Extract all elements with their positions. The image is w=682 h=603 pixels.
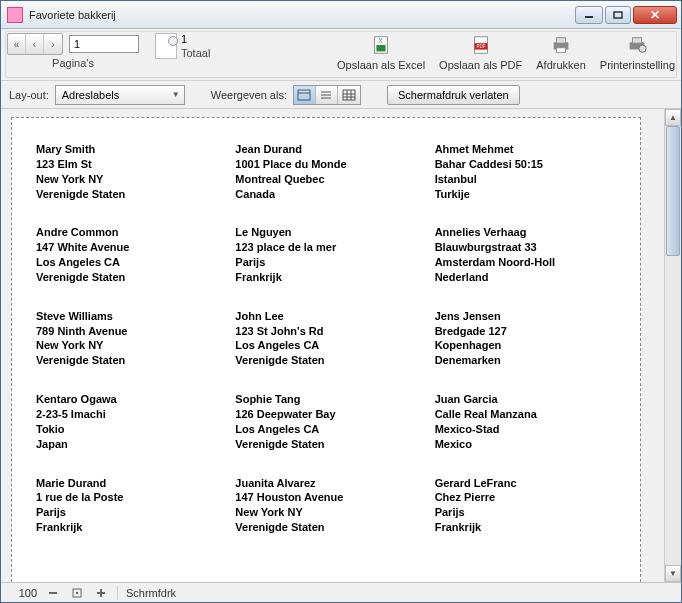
printer-icon — [548, 33, 574, 57]
address-line: Sophie Tang — [235, 392, 422, 407]
next-page-button[interactable]: › — [44, 34, 62, 54]
address-line: Le Nguyen — [235, 225, 422, 240]
address-label: Jens JensenBredgade 127KopenhagenDenemar… — [435, 309, 622, 368]
address-line: Frankrijk — [235, 270, 422, 285]
address-line: Ahmet Mehmet — [435, 142, 622, 157]
address-label: Juanita Alvarez147 Houston AvenueNew Yor… — [235, 476, 422, 535]
main-toolbar: « ‹ › Pagina's 1 Totaal X Opslaan als Ex… — [1, 29, 681, 81]
scrollbar-track[interactable] — [665, 126, 681, 565]
chevron-down-icon: ▼ — [172, 90, 180, 99]
address-label: John Lee123 St John's RdLos Angeles CAVe… — [235, 309, 422, 368]
address-line: New York NY — [36, 172, 223, 187]
address-line: Blauwburgstraat 33 — [435, 240, 622, 255]
layout-dropdown-value: Adreslabels — [62, 89, 119, 101]
address-line: 1001 Place du Monde — [235, 157, 422, 172]
address-label: Jean Durand1001 Place du MondeMontreal Q… — [235, 142, 422, 201]
address-line: Frankrijk — [435, 520, 622, 535]
address-line: 2-23-5 Imachi — [36, 407, 223, 422]
address-line: Verenigde Staten — [36, 270, 223, 285]
svg-text:PDF: PDF — [476, 44, 485, 49]
address-line: Juanita Alvarez — [235, 476, 422, 491]
address-line: Bredgade 127 — [435, 324, 622, 339]
view-mode-list-button[interactable] — [316, 86, 338, 104]
address-line: Verenigde Staten — [235, 353, 422, 368]
address-line: Parijs — [235, 255, 422, 270]
view-mode-form-button[interactable] — [294, 86, 316, 104]
svg-rect-12 — [633, 38, 642, 44]
address-line: Parijs — [435, 505, 622, 520]
address-line: Andre Common — [36, 225, 223, 240]
address-line: Mexico — [435, 437, 622, 452]
prev-page-button[interactable]: ‹ — [26, 34, 44, 54]
zoom-out-button[interactable] — [45, 586, 61, 600]
first-page-button[interactable]: « — [8, 34, 26, 54]
address-line: New York NY — [36, 338, 223, 353]
print-button[interactable]: Afdrukken — [536, 33, 586, 71]
svg-rect-26 — [76, 592, 78, 594]
save-as-pdf-button[interactable]: PDF Opslaan als PDF — [439, 33, 522, 71]
total-label: Totaal — [181, 47, 210, 59]
address-line: Tokio — [36, 422, 223, 437]
svg-rect-1 — [614, 12, 622, 18]
address-line: Marie Durand — [36, 476, 223, 491]
layout-dropdown[interactable]: Adreslabels ▼ — [55, 85, 185, 105]
address-line: 1 rue de la Poste — [36, 490, 223, 505]
view-mode-table-button[interactable] — [338, 86, 360, 104]
address-line: Nederland — [435, 270, 622, 285]
maximize-button[interactable] — [605, 6, 631, 24]
address-line: Canada — [235, 187, 422, 202]
address-line: Los Angeles CA — [235, 422, 422, 437]
address-line: 147 White Avenue — [36, 240, 223, 255]
scroll-down-button[interactable]: ▼ — [665, 565, 681, 582]
address-line: Amsterdam Noord-Holl — [435, 255, 622, 270]
layout-toolbar: Lay-out: Adreslabels ▼ Weergeven als: Sc… — [1, 81, 681, 109]
preview-viewport[interactable]: Mary Smith123 Elm StNew York NYVerenigde… — [1, 109, 664, 582]
address-line: Bahar Caddesi 50:15 — [435, 157, 622, 172]
close-button[interactable]: ✕ — [633, 6, 677, 24]
printer-settings-button[interactable]: Printerinstelling — [600, 33, 675, 71]
exit-preview-button[interactable]: Schermafdruk verlaten — [387, 85, 520, 105]
address-line: Juan Garcia — [435, 392, 622, 407]
address-label: Juan GarciaCalle Real ManzanaMexico-Stad… — [435, 392, 622, 451]
address-line: Kentaro Ogawa — [36, 392, 223, 407]
svg-rect-28 — [100, 589, 102, 597]
document-icon — [155, 33, 177, 59]
address-label: Steve Williams789 Ninth AvenueNew York N… — [36, 309, 223, 368]
address-line: Montreal Quebec — [235, 172, 422, 187]
address-line: Calle Real Manzana — [435, 407, 622, 422]
address-label: Annelies VerhaagBlauwburgstraat 33Amster… — [435, 225, 622, 284]
save-as-excel-button[interactable]: X Opslaan als Excel — [337, 33, 425, 71]
content-area: Mary Smith123 Elm StNew York NYVerenigde… — [1, 109, 681, 582]
address-label: Sophie Tang126 Deepwater BayLos Angeles … — [235, 392, 422, 451]
preview-page: Mary Smith123 Elm StNew York NYVerenigde… — [11, 117, 641, 582]
page-number-input[interactable] — [69, 35, 139, 53]
address-label: Ahmet MehmetBahar Caddesi 50:15IstanbulT… — [435, 142, 622, 201]
scroll-up-button[interactable]: ▲ — [665, 109, 681, 126]
pdf-icon: PDF — [468, 33, 494, 57]
svg-rect-3 — [376, 45, 385, 51]
address-label: Mary Smith123 Elm StNew York NYVerenigde… — [36, 142, 223, 201]
svg-rect-9 — [556, 38, 565, 44]
app-window: Favoriete bakkerij ✕ « ‹ › Pagina's — [0, 0, 682, 603]
address-label: Kentaro Ogawa2-23-5 ImachiTokioJapan — [36, 392, 223, 451]
zoom-fit-button[interactable] — [69, 586, 85, 600]
address-line: Istanbul — [435, 172, 622, 187]
address-line: 126 Deepwater Bay — [235, 407, 422, 422]
address-line: Jens Jensen — [435, 309, 622, 324]
address-line: Jean Durand — [235, 142, 422, 157]
address-line: Denemarken — [435, 353, 622, 368]
address-line: Verenigde Staten — [235, 520, 422, 535]
minimize-button[interactable] — [575, 6, 603, 24]
zoom-value: 100 — [7, 587, 37, 599]
address-line: 789 Ninth Avenue — [36, 324, 223, 339]
svg-rect-10 — [556, 48, 565, 53]
status-bar: 100 Schrmfdrk — [1, 582, 681, 602]
address-line: Kopenhagen — [435, 338, 622, 353]
address-line: Mexico-Stad — [435, 422, 622, 437]
scrollbar-thumb[interactable] — [666, 126, 680, 256]
page-nav-buttons: « ‹ › — [7, 33, 63, 55]
svg-rect-19 — [343, 90, 355, 100]
zoom-in-button[interactable] — [93, 586, 109, 600]
address-line: 147 Houston Avenue — [235, 490, 422, 505]
titlebar: Favoriete bakkerij ✕ — [1, 1, 681, 29]
